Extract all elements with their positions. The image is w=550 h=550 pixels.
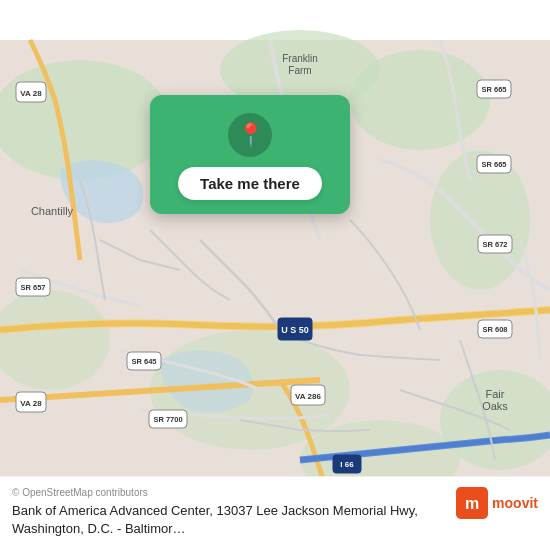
location-pin-icon: 📍 xyxy=(237,124,264,146)
moovit-text: moovit xyxy=(492,495,538,511)
svg-text:Fair: Fair xyxy=(486,388,505,400)
svg-text:SR 672: SR 672 xyxy=(482,240,507,249)
bottom-bar-info: © OpenStreetMap contributors Bank of Ame… xyxy=(12,487,448,538)
svg-text:Franklin: Franklin xyxy=(282,53,318,64)
svg-text:I 66: I 66 xyxy=(340,460,354,469)
map-background: VA 28 VA 28 SR 657 SR 608 SR 608 SR 665 … xyxy=(0,0,550,550)
svg-text:Farm: Farm xyxy=(288,65,311,76)
svg-text:VA 28: VA 28 xyxy=(20,89,42,98)
svg-text:SR 657: SR 657 xyxy=(20,283,45,292)
svg-text:U S 50: U S 50 xyxy=(281,325,309,335)
map-container: VA 28 VA 28 SR 657 SR 608 SR 608 SR 665 … xyxy=(0,0,550,550)
svg-text:SR 608: SR 608 xyxy=(482,325,507,334)
svg-text:VA 28: VA 28 xyxy=(20,399,42,408)
svg-text:Oaks: Oaks xyxy=(482,400,508,412)
svg-text:SR 645: SR 645 xyxy=(131,357,156,366)
svg-text:SR 665: SR 665 xyxy=(481,160,506,169)
svg-text:m: m xyxy=(465,495,479,512)
location-icon-wrapper: 📍 xyxy=(228,113,272,157)
svg-text:Chantilly: Chantilly xyxy=(31,205,74,217)
svg-text:SR 665: SR 665 xyxy=(481,85,506,94)
osm-credit: © OpenStreetMap contributors xyxy=(12,487,448,498)
moovit-logo: m moovit xyxy=(456,487,538,519)
svg-text:VA 286: VA 286 xyxy=(295,392,321,401)
location-card[interactable]: 📍 Take me there xyxy=(150,95,350,214)
moovit-icon: m xyxy=(456,487,488,519)
bottom-bar: © OpenStreetMap contributors Bank of Ame… xyxy=(0,476,550,550)
location-name: Bank of America Advanced Center, 13037 L… xyxy=(12,502,448,538)
take-me-there-button[interactable]: Take me there xyxy=(178,167,322,200)
svg-text:SR 7700: SR 7700 xyxy=(153,415,182,424)
